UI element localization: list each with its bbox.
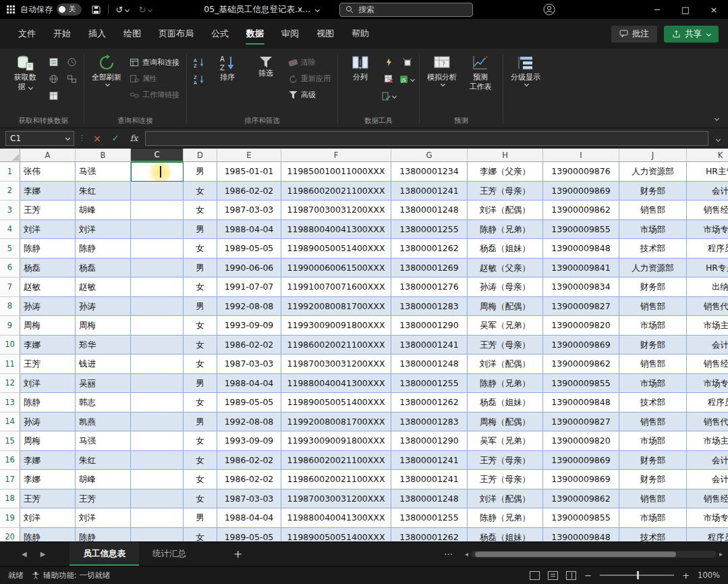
cell-C10[interactable]: [131, 336, 184, 355]
row-header-1[interactable]: 1: [0, 162, 20, 182]
cell-G10[interactable]: 13800001241: [391, 336, 468, 355]
cell-I2[interactable]: 13900009869: [543, 182, 619, 201]
cell-J19[interactable]: 市场部: [619, 508, 687, 528]
cell-A2[interactable]: 李娜: [20, 182, 76, 201]
row-header-3[interactable]: 3: [0, 201, 20, 220]
cell-I13[interactable]: 13900009848: [543, 393, 619, 413]
zoom-in-button[interactable]: +: [682, 570, 690, 581]
outline-button[interactable]: 分级显示: [507, 53, 544, 87]
cell-F7[interactable]: 119910070071600XXX: [281, 277, 391, 297]
cell-I6[interactable]: 13900009841: [543, 259, 619, 278]
queries-connections-button[interactable]: 查询和连接: [127, 55, 182, 70]
row-header-11[interactable]: 11: [0, 354, 20, 374]
cell-K16[interactable]: 会计: [687, 451, 728, 471]
column-header-G[interactable]: G: [391, 149, 468, 162]
cell-A19[interactable]: 刘洋: [20, 508, 76, 528]
text-to-columns-button[interactable]: 分列: [342, 53, 379, 84]
cell-J12[interactable]: 市场部: [619, 374, 687, 394]
cell-H6[interactable]: 赵敏（父亲）: [468, 259, 543, 278]
cell-C15[interactable]: [131, 431, 184, 451]
cell-E7[interactable]: 1991-07-07: [217, 277, 281, 297]
maximize-button[interactable]: □: [671, 0, 700, 19]
cell-B6[interactable]: 杨磊: [76, 259, 131, 278]
cell-A15[interactable]: 周梅: [20, 431, 76, 451]
cell-D12[interactable]: 男: [184, 374, 217, 394]
cell-I17[interactable]: 13900009869: [543, 470, 619, 489]
cell-K2[interactable]: 会计: [687, 182, 728, 201]
cell-C8[interactable]: [131, 297, 184, 317]
cell-F17[interactable]: 119860020021100XXX: [281, 470, 391, 489]
tab-help[interactable]: 帮助: [343, 19, 378, 49]
cell-B2[interactable]: 朱红: [76, 182, 131, 201]
row-header-2[interactable]: 2: [0, 182, 20, 201]
cell-B15[interactable]: 马强: [76, 431, 131, 451]
cell-J17[interactable]: 财务部: [619, 470, 687, 489]
cell-G11[interactable]: 13800001248: [391, 354, 468, 374]
cell-F16[interactable]: 119860020021100XXX: [281, 451, 391, 471]
cell-H19[interactable]: 陈静（兄弟）: [468, 508, 543, 528]
from-web-button[interactable]: [45, 72, 61, 86]
scroll-right-icon[interactable]: ▸: [719, 550, 723, 558]
confirm-entry-button[interactable]: ✓: [109, 133, 123, 143]
recent-sources-button[interactable]: [63, 55, 80, 69]
cell-K7[interactable]: 出纳: [687, 277, 728, 297]
cell-E19[interactable]: 1988-04-04: [217, 508, 281, 528]
cell-A3[interactable]: 王芳: [20, 201, 76, 220]
cell-H2[interactable]: 王芳（母亲）: [468, 182, 543, 201]
cell-B3[interactable]: 胡峰: [76, 201, 131, 220]
properties-button[interactable]: 属性: [127, 72, 182, 86]
cell-E12[interactable]: 1988-04-04: [217, 374, 281, 394]
cell-C13[interactable]: [131, 393, 184, 413]
cell-K1[interactable]: HR主管: [687, 162, 728, 182]
cell-F13[interactable]: 119890050051400XXX: [281, 393, 391, 413]
insert-function-button[interactable]: fx: [127, 133, 142, 143]
cell-H15[interactable]: 吴军（兄弟）: [468, 431, 543, 451]
cell-D17[interactable]: 女: [184, 470, 217, 489]
cell-H9[interactable]: 吴军（兄弟）: [468, 316, 543, 336]
cell-I9[interactable]: 13900009820: [543, 316, 619, 336]
cell-F4[interactable]: 119880040041300XXX: [281, 220, 391, 240]
cell-J8[interactable]: 销售部: [619, 297, 687, 317]
cell-D6[interactable]: 男: [184, 259, 217, 278]
cell-D5[interactable]: 女: [184, 239, 217, 259]
cell-D19[interactable]: 男: [184, 508, 217, 528]
cell-K4[interactable]: 市场专员: [687, 220, 728, 240]
cell-F12[interactable]: 119880040041300XXX: [281, 374, 391, 394]
consolidate-button[interactable]: [399, 55, 415, 69]
cell-E14[interactable]: 1992-08-08: [217, 413, 281, 432]
cell-J9[interactable]: 市场部: [619, 316, 687, 336]
row-header-12[interactable]: 12: [0, 374, 20, 394]
cell-A11[interactable]: 王芳: [20, 354, 76, 374]
cell-A7[interactable]: 赵敏: [20, 277, 76, 297]
data-validation-button[interactable]: [381, 89, 397, 103]
cell-K14[interactable]: 销售代表: [687, 413, 728, 432]
cell-I19[interactable]: 13900009855: [543, 508, 619, 528]
cell-H3[interactable]: 刘洋（配偶）: [468, 201, 543, 220]
column-header-J[interactable]: J: [619, 149, 687, 162]
cell-G3[interactable]: 13800001248: [391, 201, 468, 220]
forecast-sheet-button[interactable]: 预测 工作表: [462, 53, 499, 94]
cell-I11[interactable]: 13900009862: [543, 354, 619, 374]
cell-K9[interactable]: 市场主管: [687, 316, 728, 336]
column-header-C[interactable]: C: [131, 149, 184, 162]
cell-J6[interactable]: 人力资源部: [619, 259, 687, 278]
accessibility-status[interactable]: 辅助功能: 一切就绪: [32, 570, 111, 581]
cell-B12[interactable]: 吴丽: [76, 374, 131, 394]
cell-K15[interactable]: 市场主管: [687, 431, 728, 451]
cell-D20[interactable]: 女: [184, 528, 217, 542]
row-header-16[interactable]: 16: [0, 451, 20, 471]
row-header-6[interactable]: 6: [0, 259, 20, 278]
cell-G20[interactable]: 13800001262: [391, 528, 468, 542]
cell-H16[interactable]: 王芳（母亲）: [468, 451, 543, 471]
cell-I1[interactable]: 13900009876: [543, 162, 619, 182]
cell-H10[interactable]: 王芳（母亲）: [468, 336, 543, 355]
cell-G1[interactable]: 13800001234: [391, 162, 468, 182]
cell-H4[interactable]: 陈静（兄弟）: [468, 220, 543, 240]
cell-B8[interactable]: 孙涛: [76, 297, 131, 317]
cell-G12[interactable]: 13800001255: [391, 374, 468, 394]
scroll-left-icon[interactable]: ◂: [465, 550, 468, 558]
column-header-I[interactable]: I: [543, 149, 619, 162]
tab-page-layout[interactable]: 页面布局: [150, 19, 202, 49]
cell-D1[interactable]: 男: [184, 162, 217, 182]
cell-D4[interactable]: 男: [184, 220, 217, 240]
